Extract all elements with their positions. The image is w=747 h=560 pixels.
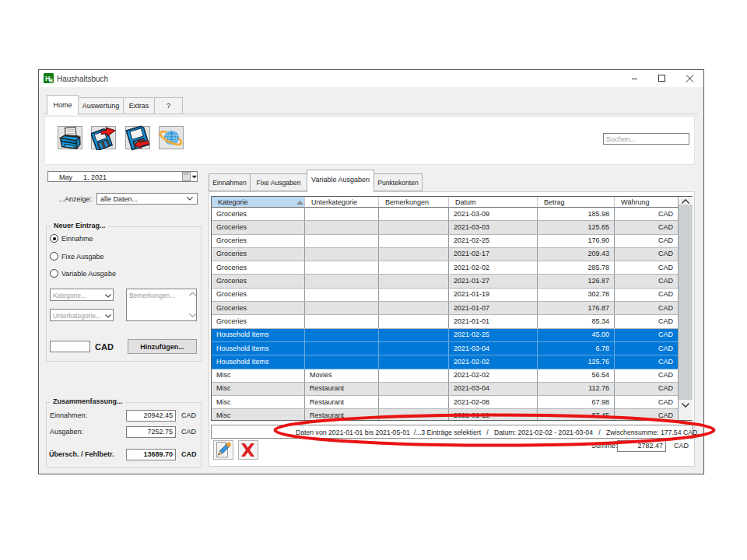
svg-text:B: B (49, 78, 53, 83)
